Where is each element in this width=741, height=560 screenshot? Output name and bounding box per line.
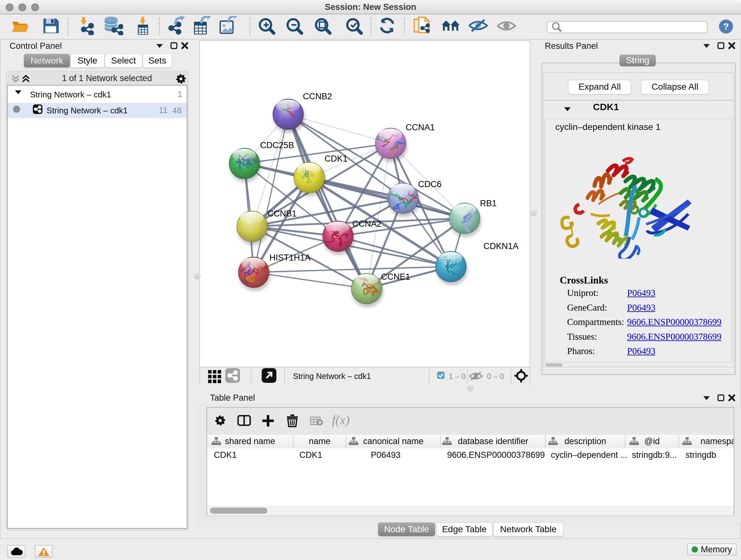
svg-text:CDKN1A: CDKN1A [483, 241, 519, 251]
svg-text:CDK1: CDK1 [325, 154, 347, 164]
svg-text:CDC6: CDC6 [418, 179, 442, 189]
svg-text:CCNE1: CCNE1 [381, 272, 410, 282]
svg-text:CCNA2: CCNA2 [352, 219, 382, 229]
svg-text:CDC25B: CDC25B [260, 140, 294, 150]
svg-text:RB1: RB1 [480, 199, 497, 208]
svg-text:CCNB1: CCNB1 [267, 209, 297, 219]
svg-text:CCNB2: CCNB2 [303, 91, 332, 101]
svg-text:CCNA1: CCNA1 [406, 123, 435, 132]
svg-text:HIST1H1A: HIST1H1A [269, 253, 311, 262]
svg-text:?: ? [723, 21, 729, 32]
